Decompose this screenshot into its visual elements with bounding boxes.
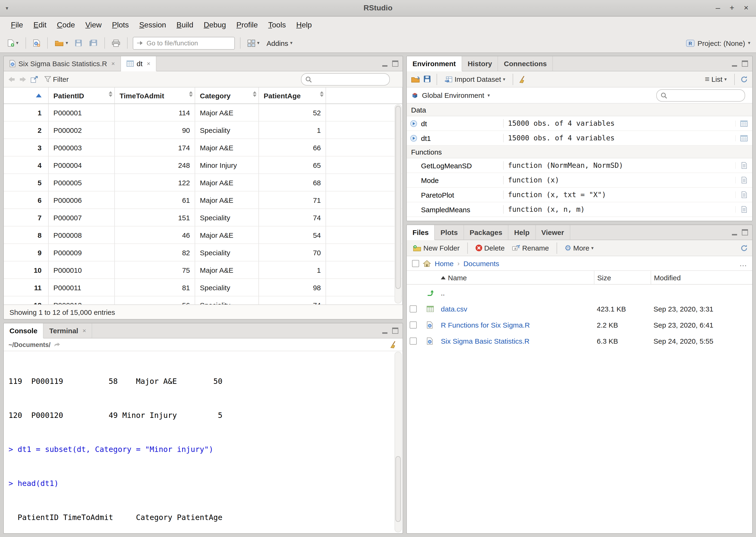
file-name-link[interactable]: Six Sigma Basic Statistics.R [441,337,529,345]
cell-patientid[interactable]: P000003 [49,139,115,156]
back-icon[interactable] [8,76,15,82]
cell-patientage[interactable]: 68 [259,174,326,191]
window-menu-caret-icon[interactable]: ▾ [6,5,8,11]
file-row[interactable]: R Six Sigma Basic Statistics.R 6.3 KB Se… [407,333,752,349]
cell-timetoadmit[interactable]: 82 [115,244,195,262]
minimize-pane-icon[interactable] [382,328,388,334]
forward-icon[interactable] [19,76,26,82]
cell-timetoadmit[interactable]: 90 [115,121,195,139]
minimize-pane-icon[interactable] [732,61,737,67]
cell-timetoadmit[interactable]: 81 [115,279,195,296]
cell-patientid[interactable]: P000004 [49,156,115,174]
tab-six-sigma-script[interactable]: R Six Sigma Basic Statistics.R × [4,56,121,71]
maximize-pane-icon[interactable] [742,229,748,235]
file-row[interactable]: R R Functions for Six Sigma.R 2.2 KB Sep… [407,317,752,333]
cell-timetoadmit[interactable]: 46 [115,227,195,244]
cell-patientid[interactable]: P000006 [49,191,115,209]
cell-category[interactable]: Major A&E [195,139,259,156]
list-view-button[interactable]: ≡ List ▾ [703,74,729,85]
breadcrumb-more-button[interactable]: ... [740,259,747,267]
files-sort-size[interactable]: Size [594,271,651,284]
tab-console[interactable]: Console [4,323,44,339]
environment-function-row[interactable]: GetLogMeanSD function (NormMean, NormSD) [407,158,752,173]
view-source-icon[interactable] [741,177,747,184]
load-workspace-icon[interactable] [411,76,420,82]
save-all-button[interactable] [88,38,99,48]
cell-patientid[interactable]: P000001 [49,104,115,121]
maximize-pane-icon[interactable] [742,61,748,67]
cell-category[interactable]: Major A&E [195,104,259,121]
cell-category[interactable]: Speciality [195,279,259,296]
tab-history[interactable]: History [462,56,498,71]
table-scrollbar[interactable] [395,104,402,304]
select-all-checkbox[interactable] [412,260,419,267]
filter-button[interactable]: Filter [43,74,71,85]
refresh-icon[interactable] [740,75,748,83]
cell-category[interactable]: Speciality [195,244,259,262]
cell-timetoadmit[interactable]: 61 [115,191,195,209]
minimize-pane-icon[interactable] [732,229,737,235]
save-workspace-icon[interactable] [424,76,431,83]
cell-timetoadmit[interactable]: 248 [115,156,195,174]
clear-environment-broom-icon[interactable] [519,75,527,83]
file-checkbox[interactable] [410,305,417,312]
tab-close-icon[interactable]: × [147,60,150,67]
menu-session[interactable]: Session [134,19,171,32]
open-file-button[interactable]: ▾ [53,38,70,48]
maximize-pane-icon[interactable] [392,61,398,67]
column-header-category[interactable]: Category [195,87,259,104]
import-dataset-button[interactable]: Import Dataset ▾ [443,74,507,85]
environment-function-row[interactable]: Mode function (x) [407,173,752,188]
tab-close-icon[interactable]: × [111,60,115,67]
cell-timetoadmit[interactable]: 75 [115,262,195,279]
cell-patientid[interactable]: P000002 [49,121,115,139]
column-header-patientage[interactable]: PatientAge [259,87,326,104]
menu-view[interactable]: View [80,19,107,32]
new-folder-button[interactable]: New Folder [411,242,461,253]
close-button[interactable]: × [744,3,748,13]
cell-category[interactable]: Major A&E [195,227,259,244]
cell-patientid[interactable]: P000011 [49,279,115,296]
new-file-button[interactable]: ▾ [6,38,20,48]
file-row[interactable]: data.csv 423.1 KB Sep 23, 2020, 3:31 [407,301,752,317]
console-scrollbar[interactable] [395,352,402,532]
cell-patientage[interactable]: 65 [259,156,326,174]
view-source-icon[interactable] [741,206,747,213]
cell-category[interactable]: Major A&E [195,191,259,209]
breadcrumb-home-link[interactable]: Home [435,259,454,267]
tab-plots[interactable]: Plots [435,225,464,240]
column-header-patientid[interactable]: PatientID [49,87,115,104]
cell-category[interactable]: Speciality [195,209,259,227]
files-sort-name[interactable]: Name [438,271,594,284]
files-sort-modified[interactable]: Modified [651,271,752,284]
file-row-updir[interactable]: .. [407,285,752,301]
environment-function-row[interactable]: SampledMeans function (x, n, m) [407,202,752,217]
environment-function-row[interactable]: ParetoPlot function (x, txt = "X") [407,188,752,202]
cell-patientage[interactable]: 66 [259,139,326,156]
menu-plots[interactable]: Plots [107,19,134,32]
addins-button[interactable]: Addins ▾ [265,38,294,49]
cell-patientage[interactable]: 1 [259,121,326,139]
cell-timetoadmit[interactable]: 122 [115,174,195,191]
cell-category[interactable]: Major A&E [195,174,259,191]
cell-category[interactable]: Speciality [195,296,259,305]
file-checkbox[interactable] [410,337,417,344]
print-button[interactable] [110,38,122,48]
cell-patientid[interactable]: P000009 [49,244,115,262]
cell-patientage[interactable]: 70 [259,244,326,262]
menu-tools[interactable]: Tools [263,19,291,32]
view-table-icon[interactable] [740,120,747,126]
cell-patientage[interactable]: 98 [259,279,326,296]
minimize-pane-icon[interactable] [382,61,388,67]
view-source-icon[interactable] [741,162,747,169]
cell-category[interactable]: Speciality [195,121,259,139]
menu-help[interactable]: Help [291,19,317,32]
cell-patientage[interactable]: 54 [259,227,326,244]
environment-object-row[interactable]: dt 15000 obs. of 4 variables [407,116,752,131]
view-source-icon[interactable] [741,191,747,198]
rename-button[interactable]: a Rename [510,242,551,253]
table-scrollbar-thumb[interactable] [396,106,401,289]
menu-code[interactable]: Code [52,19,80,32]
cell-patientage[interactable]: 74 [259,209,326,227]
cell-timetoadmit[interactable]: 174 [115,139,195,156]
